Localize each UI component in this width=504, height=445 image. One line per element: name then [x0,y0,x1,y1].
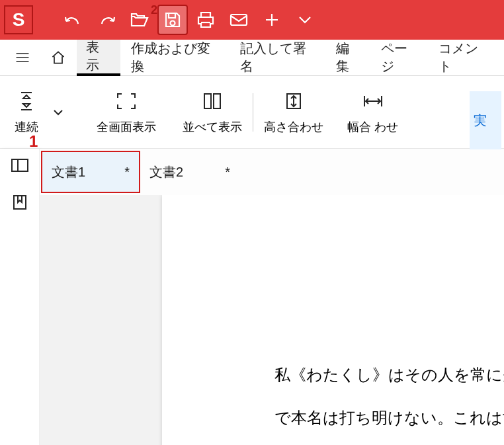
tab-edit[interactable]: 編集 [327,40,370,76]
open-button[interactable]: 2 [124,5,155,35]
svg-point-0 [171,21,175,26]
mail-button[interactable] [224,5,254,35]
tile-label: 並べて表示 [183,119,242,135]
doc-line-1: 私《わたくし》はその人を常に先生と呼ん [162,354,504,397]
tile-button[interactable]: 並べて表示 [176,83,249,142]
tab-fill-sign[interactable]: 記入して署名 [231,40,325,76]
continuous-icon [15,90,38,112]
panel-toggle-button[interactable] [7,153,32,178]
svg-rect-2 [204,94,211,108]
tab-create-convert[interactable]: 作成および変換 [122,40,229,76]
svg-rect-3 [214,94,220,108]
bookmark-button[interactable] [7,190,32,215]
document-tab-1-dirty: * [124,165,130,180]
fit-width-icon [362,90,384,112]
tab-comment[interactable]: コメント [429,40,499,76]
document-canvas[interactable]: 私《わたくし》はその人を常に先生と呼ん で本名は打ち明けない。これは世間を憚 [40,195,504,445]
continuous-dropdown[interactable] [45,108,71,117]
titlebar: S 2 [0,0,504,40]
fit-height-icon [283,90,304,112]
actual-size-label: 実 [474,112,487,130]
add-button[interactable] [257,5,287,35]
more-dropdown[interactable] [290,5,320,35]
tab-pages[interactable]: ページ [372,40,429,76]
menubar: 表示 作成および変換 記入して署名 編集 ページ コメント [0,40,504,76]
ribbon-separator [253,93,253,132]
fit-height-button[interactable]: 高さ合わせ [257,83,330,142]
document-page: 私《わたくし》はその人を常に先生と呼ん で本名は打ち明けない。これは世間を憚 [162,195,504,445]
svg-rect-6 [14,196,26,209]
tab-view[interactable]: 表示 [77,40,120,76]
open-badge: 2 [151,3,157,17]
save-button[interactable] [157,5,188,35]
redo-button[interactable] [91,5,122,35]
actual-size-button[interactable]: 実 [470,91,501,149]
work-area: 文書1 * 文書2 * 私《わたくし》はその人を常に先生と呼ん で本名は打ち明け… [0,149,504,445]
fullscreen-button[interactable]: 全画面表示 [90,83,163,142]
document-tab-1-label: 文書1 [52,163,85,181]
undo-button[interactable] [58,5,89,35]
print-button[interactable] [190,5,221,35]
fit-height-label: 高さ合わせ [264,119,323,135]
doc-line-2: で本名は打ち明けない。これは世間を憚 [162,397,504,440]
app-logo: S [4,5,33,34]
svg-rect-1 [231,15,247,25]
fullscreen-label: 全画面表示 [97,119,156,135]
tile-icon [200,90,224,112]
side-panel [0,149,40,445]
fit-width-label: 幅合 わせ [347,119,398,135]
home-button[interactable] [41,40,75,76]
callout-1: 1 [29,132,38,151]
document-tab-1[interactable]: 文書1 * [41,151,140,193]
document-tab-2[interactable]: 文書2 * [140,151,239,193]
document-tab-2-label: 文書2 [149,163,183,181]
document-tabs: 文書1 * 文書2 * [40,149,504,195]
ribbon: 連続 全画面表示 並べて表示 高 [0,76,504,149]
svg-rect-5 [12,159,28,171]
fit-width-button[interactable]: 幅合 わせ [341,83,405,142]
document-tab-2-dirty: * [225,165,230,180]
continuous-button[interactable]: 連続 [8,83,45,142]
hamburger-button[interactable] [5,40,40,76]
fullscreen-icon [115,90,138,112]
